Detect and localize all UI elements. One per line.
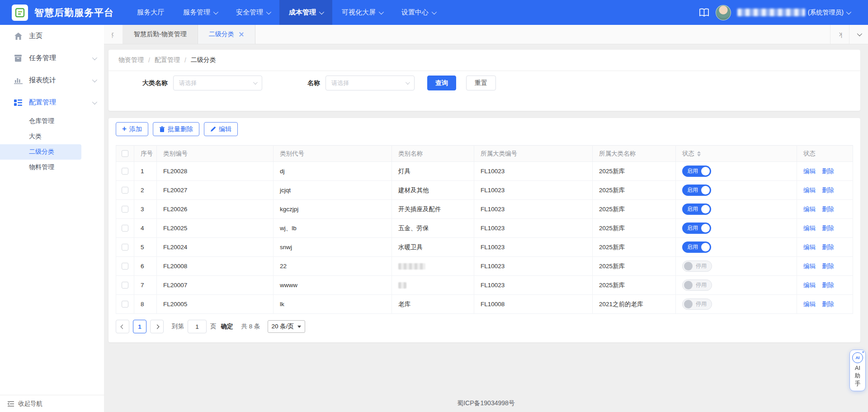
nav-item-settings-center[interactable]: 设置中心 — [392, 0, 445, 25]
cell-category-name: 老库 — [392, 295, 474, 314]
status-toggle[interactable]: 启用 — [682, 185, 711, 196]
sidebar-item-home[interactable]: 主页 — [0, 25, 104, 47]
row-delete-link[interactable]: 删除 — [822, 263, 834, 270]
batch-delete-button[interactable]: 批量删除 — [153, 122, 199, 136]
tabs-scroll-left-button[interactable]: | — [104, 25, 123, 44]
nav-item-label: 可视化大屏 — [342, 8, 376, 17]
user-avatar[interactable] — [716, 5, 731, 20]
tabs-dropdown-button[interactable] — [849, 25, 868, 44]
toggle-knob — [701, 186, 710, 194]
cell-actions: 编辑删除 — [797, 219, 853, 238]
sidebar-subitem-sub-category[interactable]: 二级分类 — [0, 144, 81, 160]
row-checkbox[interactable] — [122, 168, 128, 175]
tab-1[interactable]: 二级分类 — [198, 25, 255, 44]
status-toggle[interactable]: 启用 — [682, 223, 711, 234]
row-delete-link[interactable]: 删除 — [822, 168, 834, 175]
cell-parent-code: FL10023 — [474, 200, 593, 219]
cell-parent-code: FL10023 — [474, 257, 593, 276]
user-info[interactable]: (系统管理员) — [737, 9, 850, 17]
prev-page-button[interactable] — [116, 320, 129, 333]
collapse-nav-label: 收起导航 — [18, 400, 42, 408]
tabs-scroll-right-button[interactable]: | — [830, 25, 849, 44]
row-checkbox[interactable] — [122, 206, 128, 213]
manual-book-icon[interactable] — [699, 8, 709, 17]
search-button[interactable]: 查询 — [427, 76, 456, 90]
row-checkbox[interactable] — [122, 282, 128, 289]
edit-button[interactable]: 编辑 — [204, 122, 238, 136]
toggle-knob — [701, 224, 710, 232]
select-chevron-down-icon — [406, 80, 410, 85]
status-toggle[interactable]: 启用 — [682, 166, 711, 177]
table-header-所属大类编号-5: 所属大类编号 — [474, 146, 593, 162]
sidebar-subitem-major-category[interactable]: 大类 — [0, 129, 81, 144]
nav-chevron-down-icon — [213, 9, 218, 14]
table-row: 1FL20028dj灯具FL100232025新库启用编辑删除 — [116, 162, 853, 181]
cell-seq: 3 — [134, 200, 157, 219]
status-toggle[interactable]: 停用 — [682, 298, 712, 310]
goto-confirm-button[interactable]: 确定 — [221, 322, 233, 331]
nav-item-big-screen[interactable]: 可视化大屏 — [332, 0, 392, 25]
row-checkbox[interactable] — [122, 187, 128, 194]
sort-icon[interactable] — [697, 151, 701, 156]
tab-0[interactable]: 智慧后勤-物资管理 — [123, 25, 198, 44]
tab-close-icon[interactable] — [239, 32, 244, 37]
header-checkbox[interactable] — [122, 150, 128, 157]
row-edit-link[interactable]: 编辑 — [803, 206, 816, 213]
plus-icon: + — [122, 125, 127, 133]
status-toggle[interactable]: 启用 — [682, 242, 711, 253]
sidebar-item-task-mgmt[interactable]: 任务管理 — [0, 47, 104, 69]
row-checkbox[interactable] — [122, 263, 128, 270]
cell-checkbox — [116, 162, 134, 181]
reset-button[interactable]: 重置 — [466, 76, 496, 90]
row-delete-link[interactable]: 删除 — [822, 225, 834, 232]
page-size-select[interactable]: 20 条/页 — [268, 320, 306, 333]
row-edit-link[interactable]: 编辑 — [803, 187, 816, 194]
row-edit-link[interactable]: 编辑 — [803, 225, 816, 232]
nav-item-cost-mgmt[interactable]: 成本管理 — [279, 0, 332, 25]
sidebar-subitem-warehouse-mgmt[interactable]: 仓库管理 — [0, 114, 81, 129]
row-delete-link[interactable]: 删除 — [822, 187, 834, 194]
row-delete-link[interactable]: 删除 — [822, 244, 834, 251]
cell-checkbox — [116, 257, 134, 276]
category-select[interactable]: 请选择 — [173, 76, 262, 90]
nav-item-service-mgmt[interactable]: 服务管理 — [174, 0, 226, 25]
cell-parent-code: FL10023 — [474, 219, 593, 238]
status-toggle[interactable]: 启用 — [682, 204, 711, 215]
table-row: 2FL20027jcjqt建材及其他FL100232025新库启用编辑删除 — [116, 181, 853, 200]
cell-category-code: FL20025 — [157, 219, 274, 238]
ai-logo-icon: AI — [852, 352, 863, 363]
row-edit-link[interactable]: 编辑 — [803, 244, 816, 251]
row-edit-link[interactable]: 编辑 — [803, 301, 816, 308]
sidebar-item-report-stats[interactable]: 报表统计 — [0, 69, 104, 91]
next-page-button[interactable] — [150, 320, 164, 333]
nav-item-safety-mgmt[interactable]: 安全管理 — [226, 0, 279, 25]
row-delete-link[interactable]: 删除 — [822, 282, 834, 289]
row-delete-link[interactable]: 删除 — [822, 206, 834, 213]
row-edit-link[interactable]: 编辑 — [803, 263, 816, 270]
add-button[interactable]: + 添加 — [116, 122, 148, 136]
row-checkbox[interactable] — [122, 301, 128, 308]
table-header-row: 序号类别编号类别代号类别名称所属大类编号所属大类名称状态状态 — [116, 146, 853, 162]
goto-page-input[interactable] — [188, 320, 207, 333]
redacted-name — [398, 263, 425, 270]
ai-assistant-button[interactable]: AI AI 助 手 — [849, 350, 866, 391]
row-edit-link[interactable]: 编辑 — [803, 282, 816, 289]
cell-category-name: 建材及其他 — [392, 181, 474, 200]
status-toggle[interactable]: 停用 — [682, 279, 712, 291]
page-1-button[interactable]: 1 — [133, 320, 146, 333]
row-checkbox[interactable] — [122, 225, 128, 232]
row-delete-link[interactable]: 删除 — [822, 301, 834, 308]
name-select[interactable]: 请选择 — [326, 76, 415, 90]
sidebar-subitem-material-mgmt[interactable]: 物料管理 — [0, 160, 81, 175]
sidebar-item-config-mgmt[interactable]: 配置管理 — [0, 91, 104, 114]
breadcrumb-item[interactable]: 配置管理 — [155, 56, 180, 64]
table-row: 4FL20025wj、lb五金、劳保FL100232025新库启用编辑删除 — [116, 219, 853, 238]
name-select-placeholder: 请选择 — [331, 79, 349, 87]
breadcrumb-item[interactable]: 物资管理 — [118, 56, 144, 64]
add-button-label: 添加 — [129, 125, 142, 133]
row-edit-link[interactable]: 编辑 — [803, 168, 816, 175]
status-toggle[interactable]: 停用 — [682, 260, 712, 272]
row-checkbox[interactable] — [122, 244, 128, 251]
nav-item-service-hall[interactable]: 服务大厅 — [127, 0, 174, 25]
collapse-nav-button[interactable]: 收起导航 — [0, 395, 104, 412]
